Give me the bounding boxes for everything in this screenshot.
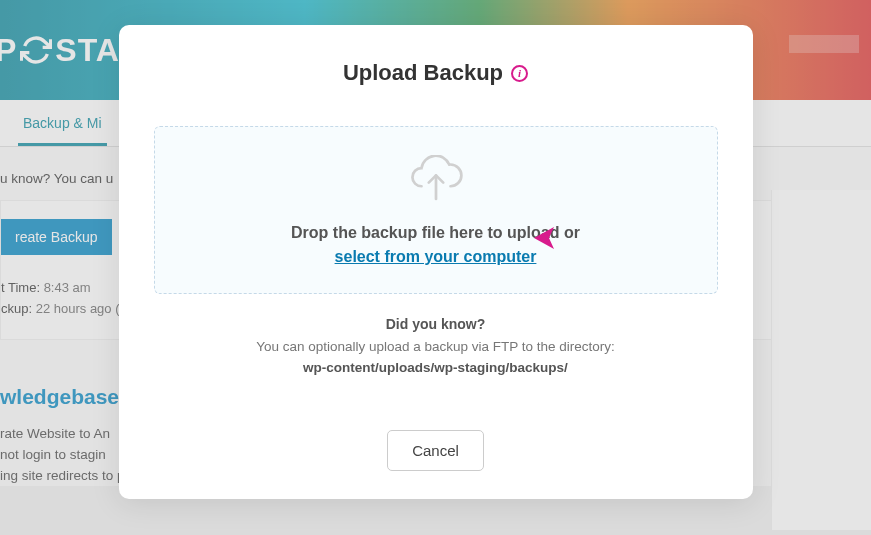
modal-title: Upload Backup [343, 60, 503, 86]
upload-backup-modal: Upload Backup Drop the backup file here … [119, 25, 753, 499]
dyk-path: wp-content/uploads/wp-staging/backups/ [154, 360, 718, 375]
file-dropzone[interactable]: Drop the backup file here to upload or s… [154, 126, 718, 294]
modal-title-row: Upload Backup [154, 60, 718, 86]
cloud-upload-icon [407, 155, 465, 207]
info-icon[interactable] [511, 65, 528, 82]
dyk-title: Did you know? [154, 316, 718, 332]
cancel-button[interactable]: Cancel [387, 430, 484, 471]
dyk-text: You can optionally upload a backup via F… [154, 336, 718, 358]
modal-overlay: Upload Backup Drop the backup file here … [0, 0, 871, 535]
modal-footer: Cancel [154, 430, 718, 471]
select-file-link[interactable]: select from your computer [335, 248, 537, 265]
arrow-annotation-icon [532, 223, 662, 257]
did-you-know-section: Did you know? You can optionally upload … [154, 316, 718, 375]
